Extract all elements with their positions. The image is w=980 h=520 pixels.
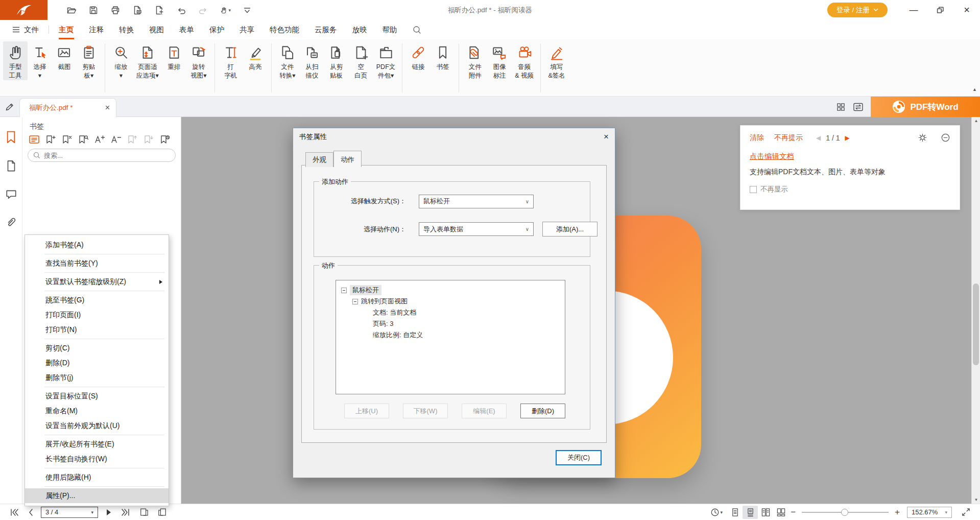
menu-form[interactable]: 表单 xyxy=(172,20,202,39)
menu-file[interactable]: 文件 xyxy=(0,20,46,39)
switch-tabs-icon[interactable] xyxy=(849,102,867,112)
menu-view[interactable]: 视图 xyxy=(141,20,172,39)
bookmarks-panel-icon[interactable] xyxy=(5,130,17,145)
menu-item-properties[interactable]: 属性(P)... xyxy=(25,488,169,503)
action-select[interactable]: 导入表单数据∨ xyxy=(419,222,534,236)
restore-button[interactable] xyxy=(927,0,953,20)
undo-icon[interactable] xyxy=(176,5,187,16)
menu-item-set-destination[interactable]: 设置目标位置(S) xyxy=(25,389,169,404)
menu-share[interactable]: 共享 xyxy=(232,20,262,39)
menu-item-set-default-zoom[interactable]: 设置默认书签缩放级别(Z) xyxy=(25,274,169,289)
bookmark-locate-icon[interactable] xyxy=(78,134,89,145)
previous-page-icon[interactable] xyxy=(23,504,38,520)
zoom-percentage-box[interactable]: 152.67% ▾ xyxy=(907,507,952,518)
facing-page-icon[interactable] xyxy=(758,506,773,519)
menu-home[interactable]: 主页 xyxy=(51,20,81,39)
move-up-button[interactable]: 上移(U) xyxy=(344,404,389,418)
tree-collapse-icon[interactable] xyxy=(341,288,347,293)
tree-node-trigger[interactable]: 鼠标松开 xyxy=(350,285,381,295)
comments-panel-icon[interactable] xyxy=(5,188,17,201)
export-page-icon[interactable] xyxy=(132,5,143,16)
single-page-icon[interactable] xyxy=(727,506,743,519)
bookmark-add-icon[interactable] xyxy=(45,134,56,145)
document-tab[interactable]: 福昕办公.pdf * × xyxy=(19,98,116,117)
menu-help[interactable]: 帮助 xyxy=(375,20,405,39)
tool-typewriter[interactable]: 打字机 xyxy=(219,41,243,80)
bookmark-move-down-icon[interactable] xyxy=(143,134,154,145)
menu-item-delete[interactable]: 删除(D) xyxy=(25,356,169,370)
menu-item-print-pages[interactable]: 打印页面(I) xyxy=(25,308,169,322)
add-page-icon[interactable] xyxy=(154,5,165,16)
clear-link[interactable]: 清除 xyxy=(750,133,764,143)
vertical-scrollbar[interactable]: ▲ ▼ xyxy=(971,117,980,504)
bookmark-move-up-icon[interactable] xyxy=(127,134,138,145)
print-icon[interactable] xyxy=(110,5,121,16)
tool-from-clipboard[interactable]: 从剪贴板 xyxy=(324,41,349,80)
first-page-icon[interactable] xyxy=(5,504,23,520)
tool-fit-page[interactable]: 页面适应选项▾ xyxy=(133,41,162,80)
foxit-logo[interactable] xyxy=(0,0,47,20)
customize-toolbar-icon[interactable] xyxy=(242,5,253,16)
tool-blank-page[interactable]: 空白页 xyxy=(349,41,373,80)
settings-gear-icon[interactable] xyxy=(918,133,927,143)
tool-fill-sign[interactable]: 填写&签名 xyxy=(544,41,569,80)
bookmark-menu-icon[interactable] xyxy=(29,134,40,145)
collapse-bookmark-icon[interactable] xyxy=(110,134,122,145)
tab-close-icon[interactable]: × xyxy=(105,103,110,112)
facing-continuous-icon[interactable] xyxy=(773,506,788,519)
menu-protect[interactable]: 保护 xyxy=(202,20,232,39)
tab-appearance[interactable]: 外观 xyxy=(305,152,333,167)
minimize-button[interactable]: — xyxy=(900,0,927,20)
delete-button[interactable]: 删除(D) xyxy=(520,404,565,418)
scrollbar-down-icon[interactable]: ▼ xyxy=(972,498,980,502)
zoom-slider-knob[interactable] xyxy=(841,509,848,516)
scrollbar-up-icon[interactable]: ▲ xyxy=(972,119,980,123)
zoom-out-icon[interactable]: − xyxy=(788,507,798,517)
tool-image-annotation[interactable]: 图像标注 xyxy=(487,41,512,80)
menu-item-rename[interactable]: 重命名(M) xyxy=(25,404,169,418)
menu-item-delete-section[interactable]: 删除节(j) xyxy=(25,370,169,385)
menu-item-cut[interactable]: 剪切(C) xyxy=(25,341,169,356)
attachments-panel-icon[interactable] xyxy=(5,216,17,228)
tool-pdf-portfolio[interactable]: PDF文件包▾ xyxy=(373,41,399,80)
tool-from-scanner[interactable]: 从扫描仪 xyxy=(300,41,324,80)
tool-snapshot[interactable]: 截图 xyxy=(52,41,77,72)
bookmark-search-box[interactable] xyxy=(28,149,176,162)
pages-panel-icon[interactable] xyxy=(5,160,17,173)
tab-actions[interactable]: 动作 xyxy=(333,151,362,167)
tip-prev-icon[interactable]: ◀ xyxy=(816,134,821,141)
edit-button[interactable]: 编辑(E) xyxy=(462,404,507,418)
dialog-title-bar[interactable]: 书签属性 × xyxy=(293,128,615,146)
scrollbar-thumb[interactable] xyxy=(973,283,979,365)
tool-rotate-view[interactable]: 旋转视图▾ xyxy=(186,41,211,80)
tool-hand[interactable]: 手型工具 xyxy=(3,41,28,80)
menu-item-set-appearance-default[interactable]: 设置当前外观为默认(U) xyxy=(25,418,169,433)
tool-file-attachment[interactable]: 文件附件 xyxy=(463,41,487,80)
redo-icon[interactable] xyxy=(198,5,209,16)
actions-tree[interactable]: 鼠标松开 跳转到页面视图 文档: 当前文档 页码: 3 缩放比例: 自定义 xyxy=(336,280,565,394)
menu-features[interactable]: 特色功能 xyxy=(262,20,307,39)
bookmark-delete-icon[interactable] xyxy=(61,134,73,145)
next-view-icon[interactable] xyxy=(153,504,172,520)
zoom-in-icon[interactable]: + xyxy=(893,507,902,517)
bookmark-search-input[interactable] xyxy=(44,152,156,159)
menu-cloud[interactable]: 云服务 xyxy=(307,20,345,39)
continuous-page-icon[interactable] xyxy=(743,506,758,519)
tool-link[interactable]: 链接 xyxy=(406,41,431,72)
menu-item-find-current-bookmark[interactable]: 查找当前书签(Y) xyxy=(25,256,169,271)
menu-item-goto-bookmark[interactable]: 跳至书签(G) xyxy=(25,293,169,308)
menu-comment[interactable]: 注释 xyxy=(81,20,111,39)
menu-item-wrap-long-bookmarks[interactable]: 长书签自动换行(W) xyxy=(25,452,169,466)
tool-audio-video[interactable]: 音频& 视频 xyxy=(512,41,537,80)
add-action-button[interactable]: 添加(A)... xyxy=(542,222,597,237)
tool-reflow[interactable]: 重排 xyxy=(162,41,186,72)
previous-view-icon[interactable] xyxy=(135,504,153,520)
next-page-icon[interactable] xyxy=(101,504,116,520)
page-number-box[interactable]: 3 / 4 ▾ xyxy=(41,507,98,518)
hand-tool-quick-icon[interactable]: ▾ xyxy=(220,5,231,16)
move-down-button[interactable]: 下移(W) xyxy=(403,404,448,418)
tool-zoom[interactable]: 缩放▾ xyxy=(109,41,133,80)
scroll-up-icon[interactable]: ▲ xyxy=(972,87,977,92)
minimize-tip-icon[interactable] xyxy=(941,133,950,143)
menu-item-print-section[interactable]: 打印节(N) xyxy=(25,322,169,337)
